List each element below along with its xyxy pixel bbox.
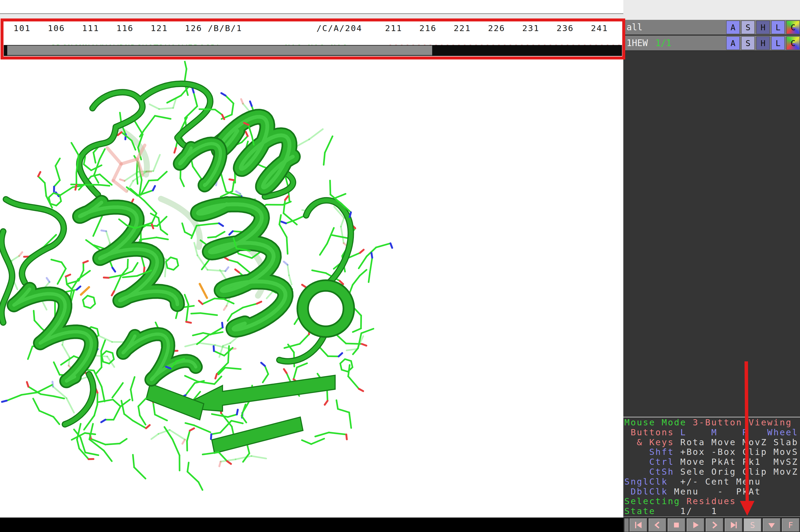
top-margin xyxy=(0,0,623,13)
resize-grip[interactable] xyxy=(624,518,629,532)
object-label[interactable]: all xyxy=(626,22,643,33)
object-state-count: 1/1 xyxy=(655,38,671,48)
color-menu-button[interactable]: C xyxy=(786,36,800,50)
step-forward-icon xyxy=(710,521,719,529)
step-back-button[interactable] xyxy=(649,518,666,532)
panel-top-strip xyxy=(623,0,800,20)
action-menu-button[interactable]: A xyxy=(726,21,740,34)
menu-down-button[interactable] xyxy=(763,518,780,532)
mouse-help-line: Shft +Box -Box Clip MovS xyxy=(624,447,800,457)
left-column: 101 106 111 116 121 126 /B/B/1 /C/A/204 … xyxy=(0,0,623,532)
object-panel: all ASHLC 1HEW 1/1 ASHLC Mouse Mode 3-Bu… xyxy=(623,0,800,532)
molecular-viewport[interactable] xyxy=(0,59,623,517)
show-menu-button[interactable]: S xyxy=(741,36,755,50)
action-menu-button[interactable]: A xyxy=(726,36,740,50)
mouse-help-line: CtSh Sele Orig Clip MovZ xyxy=(624,467,800,477)
go-to-start-button[interactable] xyxy=(630,518,647,532)
color-menu-button[interactable]: C xyxy=(786,21,800,34)
pymol-window: 101 106 111 116 121 126 /B/B/1 /C/A/204 … xyxy=(0,0,800,532)
stop-button[interactable] xyxy=(668,518,685,532)
mouse-help-panel: Mouse Mode 3-Button Viewing Buttons L M … xyxy=(624,418,800,516)
go-to-end-icon xyxy=(729,521,738,529)
play-icon xyxy=(691,521,700,529)
sequence-scrollbar-track[interactable] xyxy=(4,45,622,56)
mouse-help-line: & Keys Rota Move MovZ Slab xyxy=(624,437,800,448)
stop-icon xyxy=(672,521,681,529)
show-menu-button[interactable]: S xyxy=(741,21,755,34)
menu-down-icon xyxy=(767,521,777,529)
mouse-help-line: Selecting Residues xyxy=(624,496,800,506)
go-to-start-icon xyxy=(634,521,643,529)
top-strip xyxy=(0,14,623,18)
mouse-help-line: Buttons L M R Wheel xyxy=(624,428,800,437)
object-row-1hew[interactable]: 1HEW 1/1 ASHLC xyxy=(623,36,800,51)
object-row-all[interactable]: all ASHLC xyxy=(623,20,800,35)
mouse-help-line: DblClk Menu - PkAt xyxy=(624,487,800,497)
annotation-box-sequence-bar: 101 106 111 116 121 126 /B/B/1 /C/A/204 … xyxy=(1,18,625,59)
mouse-help-line: State 1/ 1 xyxy=(624,506,800,516)
sequence-scrollbar-thumb[interactable] xyxy=(7,45,432,55)
label-menu-button[interactable]: L xyxy=(771,36,785,50)
molecule-rendering xyxy=(0,59,623,517)
mouse-help-line: Ctrl Move PkAt Pk1 MvSZ xyxy=(624,457,800,467)
hide-menu-button[interactable]: H xyxy=(756,21,770,34)
sequence-ruler: 101 106 111 116 121 126 /B/B/1 /C/A/204 … xyxy=(8,23,608,33)
fullscreen-button[interactable]: F xyxy=(782,518,799,532)
step-forward-button[interactable] xyxy=(706,518,723,532)
object-action-buttons: ASHLC xyxy=(726,21,800,34)
object-label[interactable]: 1HEW xyxy=(626,38,648,48)
label-menu-button[interactable]: L xyxy=(771,21,785,34)
mouse-help-line: SnglClk +/- Cent Menu xyxy=(624,477,800,487)
go-to-end-button[interactable] xyxy=(725,518,742,532)
command-bar xyxy=(0,517,623,532)
step-back-icon xyxy=(653,521,662,529)
playback-bar: SF xyxy=(623,516,800,532)
object-action-buttons: ASHLC xyxy=(726,36,800,50)
scene-button[interactable]: S xyxy=(744,518,761,532)
play-button[interactable] xyxy=(687,518,704,532)
hide-menu-button[interactable]: H xyxy=(756,36,770,50)
mouse-help-line: Mouse Mode 3-Button Viewing xyxy=(624,418,800,428)
